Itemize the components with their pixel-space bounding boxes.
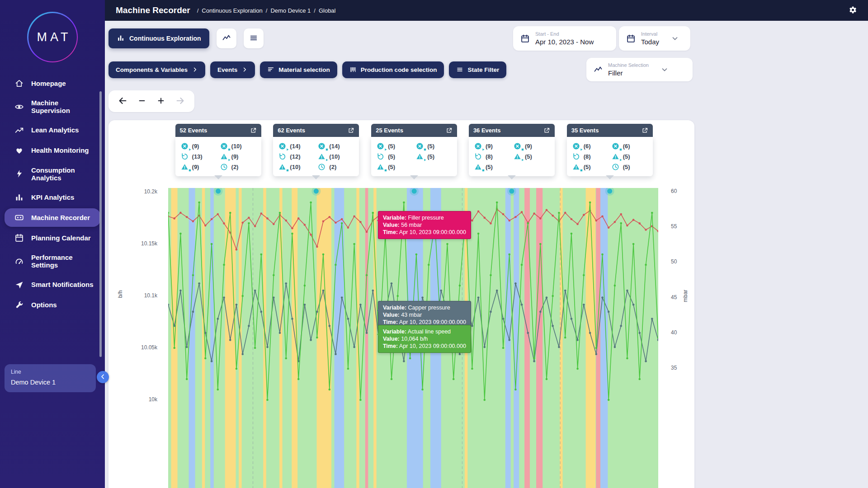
circle-x-icon: [416, 142, 424, 150]
chevron-right-icon: [241, 66, 248, 73]
sidebar-item-label: Consumption Analytics: [31, 166, 95, 182]
tab-continuous-exploration[interactable]: Continuous Exploration: [108, 28, 209, 48]
event-count: (5): [427, 153, 434, 160]
sidebar-item-machine-recorder[interactable]: Machine Recorder: [5, 208, 100, 227]
plus-icon: [156, 96, 165, 107]
square-icon: [188, 169, 192, 172]
sidebar-collapse-button[interactable]: [97, 371, 109, 383]
event-card-body: (6)(8)(5)(6)(5)(5): [567, 137, 653, 176]
filter-row: Components & VariablesEventsMaterial sel…: [108, 58, 694, 81]
event-type-count: (6): [612, 141, 647, 151]
left-axis-tick: 10.2k: [121, 188, 157, 195]
tooltip-time: Time: Apr 10, 2023 09:00:00.000: [383, 343, 466, 350]
list-view-button[interactable]: [244, 28, 264, 48]
sidebar-item-performance-settings[interactable]: Performance Settings: [5, 249, 100, 274]
open-in-new-icon[interactable]: [543, 127, 550, 134]
top-bar: Machine Recorder /Continuous Exploration…: [105, 0, 868, 21]
sidebar-item-label: Planning Calendar: [31, 234, 91, 242]
device-line-label: Line: [11, 369, 90, 375]
filter-pill-material-selection[interactable]: Material selection: [260, 61, 337, 78]
heart-icon: [14, 146, 24, 155]
pan-left-button[interactable]: [118, 96, 127, 107]
event-count: (5): [388, 164, 395, 170]
tab-label: Continuous Exploration: [129, 35, 201, 42]
pan-right-button[interactable]: [175, 96, 185, 107]
sidebar-item-label: Options: [31, 301, 57, 309]
filter-pill-production-code-selection[interactable]: Production code selection: [342, 61, 444, 78]
settings-button[interactable]: [848, 5, 857, 16]
event-card: 36 Events(9)(8)(5)(9)(5): [469, 124, 555, 176]
device-card[interactable]: Line Demo Device 1: [5, 364, 96, 392]
event-type-count: (10): [220, 141, 256, 151]
clock-icon: [318, 163, 326, 171]
open-in-new-icon[interactable]: [446, 127, 453, 134]
breadcrumb-item-global[interactable]: Global: [319, 7, 336, 14]
warning-icon: [318, 153, 326, 160]
square-icon: [619, 148, 623, 151]
event-card: 62 Events(14)(12)(10)(14)(10)(2): [273, 124, 359, 176]
open-in-new-icon[interactable]: [642, 127, 648, 134]
left-axis-label: b/h: [117, 291, 123, 298]
event-type-count: (5): [612, 162, 647, 172]
date-range-value: Apr 10, 2023 - Now: [535, 38, 594, 46]
sidebar-item-options[interactable]: Options: [5, 296, 100, 314]
zoom-in-button[interactable]: [156, 96, 165, 107]
date-range-label: Start - End: [535, 31, 594, 37]
sidebar-item-consumption-analytics[interactable]: Consumption Analytics: [5, 162, 100, 187]
sidebar-item-planning-calendar[interactable]: Planning Calendar: [5, 229, 100, 247]
filter-pill-components-variables[interactable]: Components & Variables: [108, 61, 205, 78]
event-count: (5): [623, 164, 630, 170]
square-icon: [521, 148, 524, 151]
left-axis-tick: 10.05k: [121, 344, 157, 351]
calendar-icon: [520, 34, 530, 43]
sidebar-item-homepage[interactable]: Homepage: [5, 74, 100, 93]
machine-selection[interactable]: Machine Selection Filler: [586, 58, 693, 81]
event-card-body: (9)(13)(9)(10)(9)(2): [175, 137, 261, 176]
warning-icon: [514, 153, 521, 160]
filter-pill-events[interactable]: Events: [210, 61, 255, 78]
warning-icon: [612, 153, 619, 160]
breadcrumb-item-demo-device-1[interactable]: Demo Device 1: [270, 7, 311, 14]
home-icon: [14, 79, 24, 88]
open-in-new-icon[interactable]: [348, 127, 354, 134]
polyline-icon: [222, 33, 231, 44]
sidebar-item-health-monitoring[interactable]: Health Monitoring: [5, 141, 100, 160]
sidebar-scrollbar[interactable]: [99, 91, 102, 357]
square-icon: [325, 148, 329, 151]
breadcrumb-item-continuous-exploration[interactable]: Continuous Exploration: [202, 7, 262, 14]
chart-panel: 52 Events(9)(13)(9)(10)(9)(2)62 Events(1…: [108, 120, 694, 488]
sidebar-item-label: Machine Supervision: [31, 99, 95, 115]
tooltip-variable: Variable: Capper pressure: [383, 304, 466, 311]
chart-nav-bar: [108, 90, 194, 112]
event-card-header: 35 Events: [567, 124, 653, 137]
sidebar-item-kpi-analytics[interactable]: KPI Analytics: [5, 188, 100, 206]
event-count: (10): [290, 164, 300, 170]
circle-x-icon: [514, 142, 521, 150]
event-card-count: 25 Events: [376, 127, 403, 134]
interval-picker[interactable]: Interval Today: [619, 26, 690, 51]
sidebar-item-lean-analytics[interactable]: Lean Analytics: [5, 121, 100, 140]
filter-pill-label: Production code selection: [361, 66, 437, 73]
restart-icon: [377, 153, 384, 160]
event-type-count: (9): [514, 141, 549, 151]
right-axis-tick: 50: [671, 258, 677, 265]
sidebar-item-machine-supervision[interactable]: Machine Supervision: [5, 94, 100, 119]
event-count: (5): [388, 143, 395, 150]
event-card-body: (9)(8)(5)(9)(5): [469, 137, 555, 176]
event-type-count: (5): [474, 162, 510, 172]
event-card: 35 Events(6)(8)(5)(6)(5)(5): [567, 124, 653, 176]
open-in-new-icon[interactable]: [250, 127, 257, 134]
sidebar-item-label: Performance Settings: [31, 253, 95, 269]
line-view-button[interactable]: [217, 28, 236, 48]
filter-pill-state-filter[interactable]: State Filter: [449, 61, 506, 78]
breadcrumb-separator: /: [197, 7, 199, 14]
circle-x-icon: [572, 142, 580, 150]
interval-value: Today: [641, 38, 659, 46]
bar-chart-icon: [117, 34, 125, 43]
date-range-picker[interactable]: Start - End Apr 10, 2023 - Now: [513, 26, 616, 51]
event-count: (13): [192, 153, 203, 160]
event-type-count: (13): [181, 151, 217, 162]
minus-icon: [137, 96, 146, 107]
sidebar-item-smart-notifications[interactable]: Smart Notifications: [5, 276, 100, 294]
zoom-out-button[interactable]: [137, 96, 146, 107]
